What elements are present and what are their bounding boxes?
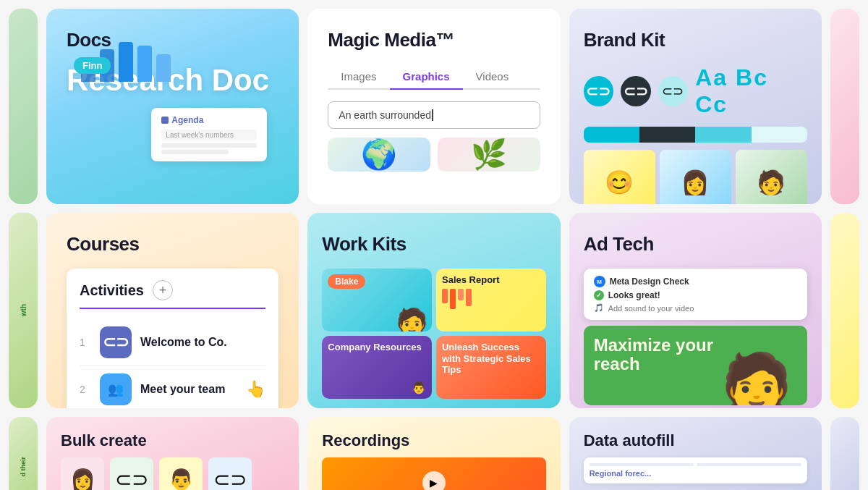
looks-great-text: Looks great! [608, 290, 660, 300]
magic-search-box[interactable]: An earth surrounded [328, 101, 540, 129]
wk-company-label-1: Company Resources [328, 342, 426, 353]
meta-logo-icon: M [594, 276, 605, 287]
recordings-title: Recordings [322, 431, 545, 450]
course-label-2: Meet your team [140, 383, 225, 396]
finn-badge: Finn [74, 57, 111, 74]
bulk-img-3: 👨 [159, 457, 203, 490]
maximize-text: Maximize your reach [594, 336, 717, 374]
right-peek-card-3 [830, 417, 859, 490]
bulk-img-2: ⊂⊃ [110, 457, 153, 490]
ad-tech-card: Ad Tech M Meta Design Check ✓ Looks grea… [569, 213, 822, 408]
brand-colors [584, 127, 807, 143]
green-check-icon: ✓ [594, 290, 604, 300]
flower-image: 🌿 [438, 138, 540, 172]
docs-preview-panel: Agenda Last week's numbers [151, 108, 267, 161]
brand-kit-card: Brand Kit ⊂⊃ ⊂⊃ ⊂⊃ Aa Bc Cc 😊 👩 🧑 [569, 9, 822, 204]
magic-tabs[interactable]: Images Graphics Videos [328, 64, 540, 90]
brand-photo-1: 😊 [584, 150, 655, 204]
bulk-create-title: Bulk create [61, 431, 284, 450]
right-peek-card-1 [830, 9, 859, 204]
wk-company-person: 👨 [412, 381, 426, 394]
course-num-1: 1 [80, 337, 91, 348]
courses-inner: Activities + 1 ⊂⊃ Welcome to Co. 2 👥 Mee… [67, 269, 278, 408]
activities-title: Activities [80, 282, 144, 299]
brand-logos: ⊂⊃ ⊂⊃ ⊂⊃ Aa Bc Cc [584, 64, 807, 118]
courses-card: Courses Activities + 1 ⊂⊃ Welcome to Co.… [46, 213, 299, 408]
work-kits-grid: Blake 🧑 Sales Report Company Resources 👨 [322, 269, 545, 399]
right-peek-card-2 [830, 213, 859, 408]
left-peek-card-2: wth [9, 213, 38, 408]
tab-images[interactable]: Images [328, 64, 389, 90]
bulk-create-card: Bulk create 👩 ⊂⊃ 👨 ⊂⊃ Turn one → Turn on… [46, 417, 299, 490]
course-row-1[interactable]: 1 ⊂⊃ Welcome to Co. [80, 319, 265, 366]
regional-label: Regional forec... [590, 469, 801, 478]
wk-sales-bars [442, 289, 540, 309]
bulk-img-4: ⊂⊃ [208, 457, 252, 490]
brand-photo-2: 👩 [660, 150, 731, 204]
meta-check-title-row: M Meta Design Check [594, 276, 797, 287]
music-icon: 🎵 [594, 303, 604, 313]
doc-preview-item: Last week's numbers [161, 130, 257, 140]
play-button[interactable]: ▶ [422, 471, 446, 490]
wk-person-face: 🧑 [396, 309, 428, 331]
autofill-preview: Regional forec... [584, 457, 807, 483]
wk-tile-unleash: Unleash Success with Strategic Sales Tip… [436, 336, 546, 399]
tab-videos[interactable]: Videos [463, 64, 522, 90]
adtech-person: 🧑 [707, 326, 807, 405]
magic-media-card: Magic Media™ Images Graphics Videos An e… [307, 9, 560, 204]
data-cell-1 [590, 463, 694, 466]
wk-tile-sales: Sales Report [436, 269, 546, 331]
data-cell-2 [697, 463, 801, 466]
magic-results: 🌍 🌿 [328, 138, 540, 172]
left-peek-card-1 [9, 9, 38, 204]
add-sound-text: Add sound to your video [608, 304, 694, 313]
blake-badge: Blake [328, 274, 365, 289]
meta-check-popup: M Meta Design Check ✓ Looks great! 🎵 Add… [584, 269, 807, 320]
activities-header: Activities + [80, 280, 265, 309]
add-sound-row: 🎵 Add sound to your video [594, 303, 797, 313]
brand-kit-title: Brand Kit [584, 29, 807, 51]
data-autofill-card: Data autofill Regional forec... [569, 417, 822, 490]
bulk-img-1: 👩 [61, 457, 104, 490]
brand-font-preview: Aa Bc Cc [695, 64, 807, 118]
meta-check-label: Meta Design Check [610, 276, 689, 287]
work-kits-title: Work Kits [322, 233, 545, 255]
work-kits-card: Work Kits Blake 🧑 Sales Report Company R… [307, 213, 560, 408]
data-row-1 [590, 463, 801, 466]
course-icon-1: ⊂⊃ [100, 326, 132, 358]
magic-media-title: Magic Media™ [328, 29, 540, 51]
course-label-1: Welcome to Co. [140, 336, 227, 349]
add-activity-button[interactable]: + [153, 280, 173, 300]
brand-logo-2: ⊂⊃ [621, 76, 651, 106]
brand-photos: 😊 👩 🧑 [584, 150, 807, 204]
course-num-2: 2 [80, 384, 91, 395]
recordings-card: Recordings ▶ [307, 417, 560, 490]
wk-sales-label: Sales Report [442, 274, 540, 286]
course-row-2[interactable]: 2 👥 Meet your team 👆 [80, 366, 265, 408]
left-peek-card-3: d their [9, 417, 38, 490]
data-autofill-title: Data autofill [584, 431, 807, 450]
looks-great-row: ✓ Looks great! [594, 290, 797, 300]
courses-title: Courses [67, 233, 278, 255]
maximize-box: Maximize your reach 🧑 [584, 326, 807, 405]
cursor-icon: 👆 [246, 380, 265, 399]
bulk-create-imgs: 👩 ⊂⊃ 👨 ⊂⊃ [61, 457, 284, 490]
wk-tile-company-1: Company Resources 👨 [322, 336, 432, 399]
tab-graphics[interactable]: Graphics [390, 64, 463, 90]
brand-photo-3: 🧑 [736, 150, 807, 204]
course-icon-2: 👥 [100, 373, 132, 405]
wk-unleash-label: Unleash Success with Strategic Sales Tip… [442, 342, 540, 376]
ad-tech-title: Ad Tech [584, 233, 807, 255]
wk-tile-blake: Blake 🧑 [322, 269, 432, 331]
search-value: An earth surrounded [339, 109, 431, 121]
docs-card: Docs Research Doc Finn Agenda Las [46, 9, 299, 204]
recordings-preview: ▶ [322, 457, 545, 490]
brand-logo-3: ⊂⊃ [658, 76, 689, 106]
brand-logo-1: ⊂⊃ [584, 76, 614, 106]
earth-image: 🌍 [328, 138, 430, 172]
